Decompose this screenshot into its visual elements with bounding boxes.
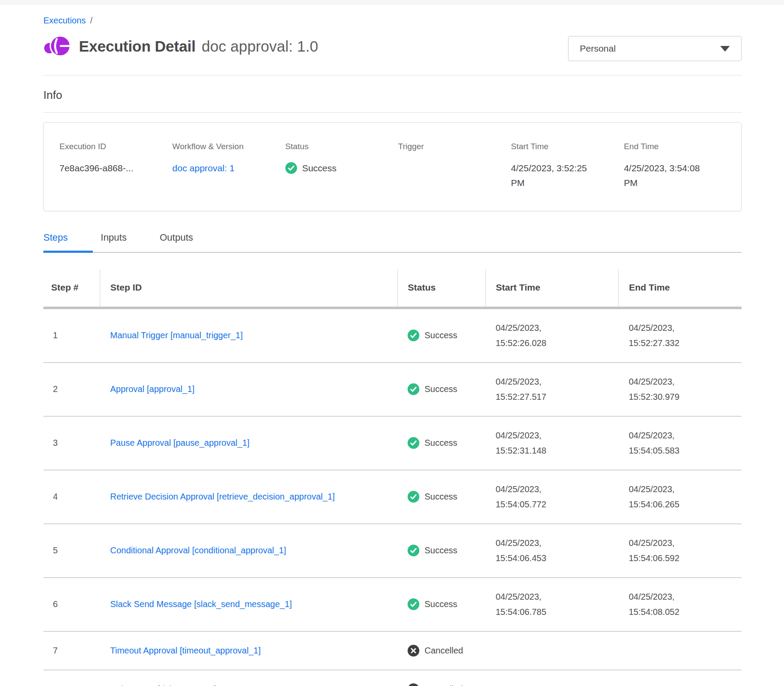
step-number: 8 (43, 670, 100, 686)
success-status-icon (408, 383, 419, 395)
title-divider (43, 75, 742, 75)
chevron-down-icon (720, 46, 730, 52)
execution-detail-page: Executions/ Execution Detail doc approva… (43, 16, 742, 686)
status-label: Success (425, 546, 457, 555)
info-field-end-time: End Time 4/25/2023, 3:54:08 PM (624, 142, 737, 190)
step-id-cell: Delete VMs [delete_vms_1] (100, 670, 397, 686)
info-field-status: Status Success (285, 142, 398, 190)
workflow-logo-icon (43, 34, 71, 59)
success-status-icon (408, 545, 419, 556)
step-start-time: 04/25/2023,15:52:31.148 (485, 416, 618, 470)
steps-table-header-row: Step # Step ID Status Start Time End Tim… (43, 269, 742, 308)
status-label: Success (425, 330, 457, 340)
page-subtitle: doc approval: 1.0 (202, 38, 318, 55)
step-number: 4 (43, 470, 100, 524)
info-divider (43, 112, 742, 113)
column-header-status: Status (397, 269, 485, 308)
step-row: 2Approval [approval_1]Success04/25/2023,… (43, 363, 742, 416)
steps-table: Step # Step ID Status Start Time End Tim… (43, 269, 742, 686)
step-row: 4Retrieve Decision Approval [retrieve_de… (43, 470, 742, 524)
step-status-cell: Cancelled (397, 631, 485, 670)
step-id-link[interactable]: Slack Send Message [slack_send_message_1… (110, 597, 292, 612)
success-status-icon (408, 437, 419, 449)
step-start-time (485, 670, 618, 686)
step-id-link[interactable]: Timeout Approval [timeout_approval_1] (110, 643, 261, 658)
step-start-time: 04/25/2023,15:54:05.772 (485, 470, 618, 524)
status-label: Cancelled (425, 684, 463, 686)
step-id-cell: Slack Send Message [slack_send_message_1… (100, 578, 397, 631)
step-status-cell: Success (397, 363, 485, 416)
step-end-time: 04/25/2023,15:52:30.979 (618, 363, 742, 416)
step-end-time (618, 670, 742, 686)
status-value: Success (302, 161, 336, 176)
info-field-trigger: Trigger (398, 142, 511, 190)
step-row: 7Timeout Approval [timeout_approval_1]Ca… (43, 631, 742, 670)
step-id-cell: Approval [approval_1] (100, 363, 397, 416)
execution-id-value: 7e8ac396-a868-... (59, 161, 172, 176)
top-bar-edge (0, 0, 784, 4)
step-status-cell: Success (397, 470, 485, 524)
success-status-icon (285, 162, 297, 174)
step-id-cell: Manual Trigger [manual_trigger_1] (100, 308, 397, 363)
breadcrumb: Executions/ (43, 16, 742, 26)
step-start-time: 04/25/2023,15:54:06.453 (485, 524, 618, 578)
tab-outputs[interactable]: Outputs (160, 232, 193, 252)
step-status-cell: Cancelled (397, 670, 485, 686)
info-field-start-time: Start Time 4/25/2023, 3:52:25 PM (511, 142, 624, 190)
step-end-time: 04/25/2023,15:54:08.052 (618, 578, 742, 631)
workspace-selector[interactable]: Personal (568, 36, 742, 61)
start-time-value: 4/25/2023, 3:52:25 PM (511, 161, 600, 190)
step-end-time: 04/25/2023,15:52:27.332 (618, 308, 742, 363)
tab-steps[interactable]: Steps (43, 232, 68, 252)
status-label: Success (425, 492, 457, 502)
success-status-icon (408, 491, 419, 503)
step-id-link[interactable]: Approval [approval_1] (110, 382, 195, 397)
success-status-icon (408, 330, 419, 341)
step-id-cell: Retrieve Decision Approval [retrieve_dec… (100, 470, 397, 524)
step-id-link[interactable]: Conditional Approval [conditional_approv… (110, 543, 286, 558)
step-status-cell: Success (397, 416, 485, 470)
steps-table-body: 1Manual Trigger [manual_trigger_1]Succes… (43, 308, 742, 686)
info-label: Execution ID (59, 142, 172, 151)
step-start-time: 04/25/2023,15:52:26.028 (485, 308, 618, 363)
cancelled-status-icon (408, 683, 419, 686)
step-id-cell: Pause Approval [pause_approval_1] (100, 416, 397, 470)
step-end-time (618, 631, 742, 670)
info-section-title: Info (43, 88, 742, 102)
page-title: Execution Detail (79, 38, 196, 55)
info-label: Trigger (398, 142, 511, 151)
breadcrumb-executions-link[interactable]: Executions (43, 16, 86, 25)
step-row: 5Conditional Approval [conditional_appro… (43, 524, 742, 578)
detail-tabs: Steps Inputs Outputs (43, 232, 742, 253)
workflow-version-link[interactable]: doc approval: 1 (172, 163, 235, 173)
step-number: 2 (43, 363, 100, 416)
step-status-cell: Success (397, 578, 485, 631)
breadcrumb-separator: / (90, 16, 93, 25)
step-row: 8Delete VMs [delete_vms_1]Cancelled (43, 670, 742, 686)
tab-inputs[interactable]: Inputs (101, 232, 127, 252)
info-field-workflow-version: Workflow & Version doc approval: 1 (172, 142, 285, 190)
status-label: Success (425, 384, 457, 394)
step-row: 1Manual Trigger [manual_trigger_1]Succes… (43, 308, 742, 363)
step-start-time: 04/25/2023,15:54:06.785 (485, 578, 618, 631)
step-status-cell: Success (397, 308, 485, 363)
page-title-group: Execution Detail doc approval: 1.0 (43, 34, 318, 59)
step-start-time: 04/25/2023,15:52:27.517 (485, 363, 618, 416)
step-id-link[interactable]: Delete VMs [delete_vms_1] (110, 682, 216, 686)
column-header-step-number: Step # (43, 269, 100, 308)
step-id-link[interactable]: Pause Approval [pause_approval_1] (110, 435, 249, 451)
column-header-step-id: Step ID (100, 269, 397, 308)
step-number: 3 (43, 416, 100, 470)
step-id-link[interactable]: Retrieve Decision Approval [retrieve_dec… (110, 489, 335, 504)
info-label: Status (285, 142, 398, 151)
step-number: 1 (43, 308, 100, 363)
step-id-cell: Conditional Approval [conditional_approv… (100, 524, 397, 578)
status-label: Success (425, 599, 457, 609)
info-label: End Time (624, 142, 737, 151)
step-end-time: 04/25/2023,15:54:06.265 (618, 470, 742, 524)
column-header-start-time: Start Time (485, 269, 618, 308)
step-number: 6 (43, 578, 100, 631)
status-label: Success (425, 438, 457, 448)
info-field-execution-id: Execution ID 7e8ac396-a868-... (59, 142, 172, 190)
step-id-link[interactable]: Manual Trigger [manual_trigger_1] (110, 328, 243, 343)
